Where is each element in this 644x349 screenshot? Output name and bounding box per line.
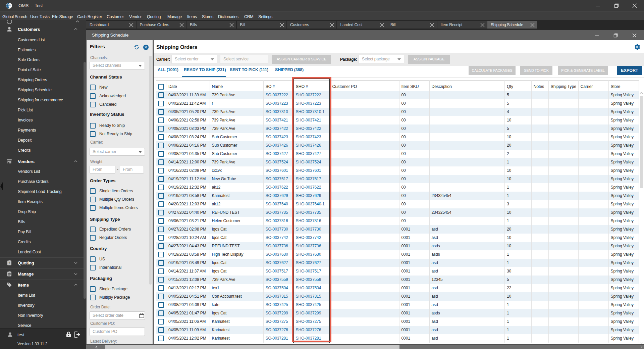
svg-text:?: ? — [8, 262, 10, 265]
